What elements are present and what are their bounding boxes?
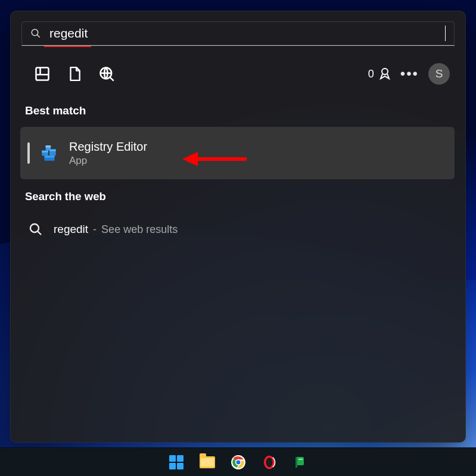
search-filter-bar: 0 ••• S — [21, 58, 455, 90]
start-button[interactable] — [164, 450, 188, 474]
taskbar-chrome[interactable] — [226, 450, 250, 474]
best-match-subtitle: App — [69, 155, 147, 167]
svg-rect-25 — [295, 457, 297, 468]
svg-rect-7 — [45, 155, 55, 157]
search-box[interactable] — [21, 21, 455, 45]
svg-rect-13 — [46, 145, 51, 147]
web-sep: - — [93, 223, 97, 236]
svg-line-4 — [110, 77, 114, 81]
svg-point-0 — [32, 29, 38, 36]
web-query: regedit — [54, 223, 88, 236]
svg-rect-26 — [298, 459, 303, 460]
taskbar-app-green[interactable] — [288, 450, 312, 474]
medal-icon — [378, 67, 392, 81]
svg-rect-9 — [42, 151, 48, 153]
svg-marker-15 — [182, 152, 198, 166]
windows-logo-icon — [169, 455, 183, 469]
search-web-heading: Search the web — [25, 190, 455, 203]
web-result-row[interactable]: regedit - See web results — [20, 213, 455, 246]
opera-icon — [262, 455, 277, 470]
search-input[interactable] — [49, 26, 446, 41]
user-avatar[interactable]: S — [428, 63, 450, 85]
svg-point-16 — [30, 224, 39, 232]
folder-icon — [200, 456, 215, 468]
annotation-arrow — [182, 150, 248, 169]
selection-indicator — [27, 142, 30, 164]
taskbar-explorer[interactable] — [195, 450, 219, 474]
web-suffix: See web results — [101, 223, 178, 236]
taskbar-opera[interactable] — [257, 450, 281, 474]
svg-line-17 — [38, 231, 41, 235]
rewards-count: 0 — [368, 68, 374, 80]
annotation-underline — [44, 46, 91, 47]
registry-editor-icon — [39, 143, 60, 163]
best-match-title: Registry Editor — [69, 140, 147, 154]
filter-web-icon[interactable] — [91, 60, 123, 88]
search-icon — [29, 222, 43, 237]
best-match-result[interactable]: Registry Editor App — [20, 127, 455, 179]
chrome-icon — [231, 455, 246, 470]
filter-documents-icon[interactable] — [58, 60, 91, 88]
search-icon — [30, 28, 41, 39]
avatar-initial: S — [435, 67, 443, 80]
rewards-badge[interactable]: 0 — [368, 67, 392, 81]
taskbar — [0, 447, 476, 476]
svg-line-1 — [37, 35, 40, 38]
best-match-heading: Best match — [25, 104, 455, 117]
filter-apps-icon[interactable] — [26, 60, 58, 88]
more-options-icon[interactable]: ••• — [400, 66, 419, 82]
svg-point-5 — [382, 69, 388, 74]
green-flag-icon — [293, 455, 307, 469]
start-search-panel: 0 ••• S Best match — [10, 11, 466, 443]
